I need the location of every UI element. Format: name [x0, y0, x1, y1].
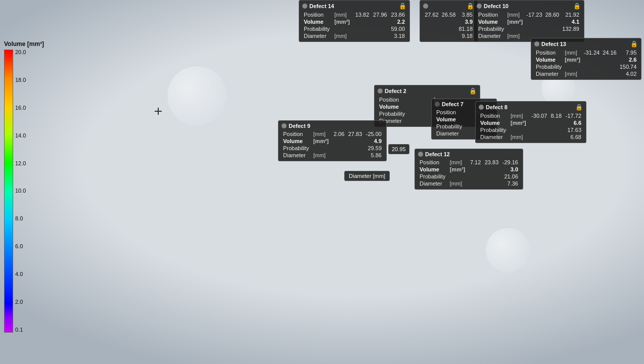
defect-14-diam-val: 3.18 [389, 32, 406, 39]
defect-13-panel[interactable]: Defect 13 🔒 Position [mm] -31.24 24.16 7… [531, 38, 641, 80]
legend-label-6: 6.0 [15, 244, 26, 249]
defect-14b-pos-x: 27.62 [423, 11, 440, 18]
defect-9-panel[interactable]: Defect 9 Position [mm] 2.06 27.83 -25.00… [278, 120, 387, 161]
defect-9-vol-label: Volume [282, 138, 312, 145]
defect-12-prob-val: 21.06 [500, 173, 520, 180]
defect-7-prob-label: Probability [435, 123, 475, 130]
defect-12-vol-label: Volume [418, 166, 448, 173]
legend-title: Volume [mm³] [4, 40, 44, 48]
defect-13-pos-z: 7.95 [618, 49, 638, 56]
floating-diameter-label: Diameter [mm] [344, 171, 390, 181]
defect-14-vol-val: 2.2 [389, 18, 406, 25]
defect-14-diam-unit: [mm] [333, 32, 353, 39]
defect-10-diam-label: Diameter [477, 32, 506, 39]
defect-12-pos-x: 7.12 [468, 159, 483, 166]
defect-7-title: Defect 7 [442, 101, 464, 107]
defect-10-prob-val: 132.89 [561, 25, 581, 32]
defect-14b-indicator [423, 4, 428, 9]
defect-14b-pos-z: 3.85 [457, 11, 474, 18]
defect-14-prob-val: 59.00 [389, 25, 406, 32]
defect-2-title: Defect 2 [385, 88, 406, 94]
defect-14-pos-z: 23.86 [389, 11, 406, 18]
defect-8-diam-label: Diameter [479, 133, 509, 141]
defect-10-lock-icon[interactable]: 🔒 [573, 3, 581, 10]
defect-10-pos-unit: [mm] [506, 11, 525, 18]
defect-14-indicator [302, 4, 307, 9]
defect-7-indicator [435, 102, 440, 107]
legend-label-18: 18.0 [15, 77, 26, 83]
defect-8-diam-val: 6.68 [563, 133, 583, 141]
defect-12-prob-label: Probability [418, 173, 448, 180]
defect-2-pos-label: Position [378, 96, 432, 103]
defect-13-lock-icon[interactable]: 🔒 [630, 40, 638, 48]
defect-8-pos-y: 8.18 [548, 112, 563, 119]
defect-14-panel[interactable]: Defect 14 🔒 Position [mm] 13.82 27.96 23… [299, 0, 410, 42]
defect-12-panel[interactable]: Defect 12 Position [mm] 7.12 23.83 -29.1… [415, 149, 523, 190]
val-2095: 20.95 [392, 146, 406, 152]
defect-8-prob-label: Probability [479, 126, 509, 133]
defect-10-vol-unit: [mm²] [506, 18, 525, 25]
defect-13-diam-unit: [mm] [563, 70, 582, 77]
legend-labels: 20.0 18.0 16.0 14.0 12.0 10.0 8.0 6.0 4.… [15, 50, 26, 333]
partial-value-2095: 20.95 [388, 144, 409, 154]
defect-8-lock-icon[interactable]: 🔒 [575, 104, 583, 111]
defect-10-vol-val: 4.1 [561, 18, 581, 25]
defect-2-lock-icon[interactable]: 🔒 [469, 87, 477, 95]
defect-9-title: Defect 9 [289, 123, 310, 129]
defect-8-prob-val: 17.63 [563, 126, 583, 133]
legend-label-01: 0.1 [15, 327, 26, 333]
defect-9-pos-y: 27.83 [346, 130, 363, 138]
defect-13-pos-x: -31.24 [582, 49, 601, 56]
defect-8-vol-label: Volume [479, 119, 509, 126]
defect-14-diam-label: Diameter [302, 32, 333, 39]
sphere-decoration [485, 228, 531, 273]
defect-13-prob-label: Probability [534, 63, 563, 70]
defect-9-pos-x: 2.06 [332, 130, 346, 138]
defect-14-pos-y: 27.96 [371, 11, 388, 18]
defect-8-panel[interactable]: Defect 8 🔒 Position [mm] -30.07 8.18 -17… [475, 101, 586, 143]
defect-14-pos-x: 13.82 [353, 11, 371, 18]
defect-13-diam-label: Diameter [534, 70, 563, 77]
defect-14b-prob-val: 81.18 [457, 25, 474, 32]
defect-14-lock-icon[interactable]: 🔒 [399, 3, 406, 10]
defect-9-vol-unit: [mm²] [312, 138, 332, 145]
legend-label-2: 2.0 [15, 299, 26, 305]
legend-label-20: 20.0 [15, 50, 26, 55]
defect-14-pos-label: Position [302, 11, 333, 18]
defect-12-pos-label: Position [418, 159, 448, 166]
defect-14b-panel[interactable]: 🔒 27.62 26.58 3.85 3.9 81.18 9.18 [420, 0, 478, 42]
defect-2-prob-label: Probability [378, 110, 432, 117]
defect-9-prob-label: Probability [282, 145, 312, 152]
defect-14-pos-unit: [mm] [333, 11, 353, 18]
defect-8-pos-label: Position [479, 112, 509, 119]
defect-8-title: Defect 8 [486, 104, 508, 110]
defect-10-pos-x: -17.23 [525, 11, 543, 18]
defect-2-indicator [378, 88, 383, 94]
sphere-decoration [167, 66, 227, 126]
defect-2-vol-label: Volume [378, 103, 432, 110]
defect-12-pos-unit: [mm] [448, 159, 468, 166]
defect-10-panel[interactable]: Defect 10 🔒 Position [mm] -17.23 28.60 2… [473, 0, 584, 42]
defect-13-vol-label: Volume [534, 56, 563, 63]
defect-9-prob-val: 29.59 [363, 145, 383, 152]
defect-12-title: Defect 12 [425, 151, 450, 157]
defect-14b-diam-val: 9.18 [457, 32, 474, 39]
defect-7-diam-label: Diameter [435, 130, 475, 137]
defect-10-title: Defect 10 [484, 3, 509, 9]
defect-13-indicator [534, 41, 539, 47]
defect-9-diam-val: 5.86 [363, 152, 383, 159]
defect-9-pos-unit: [mm] [312, 130, 332, 138]
defect-9-pos-z: -25.00 [363, 130, 383, 138]
defect-12-vol-unit: [mm³] [448, 166, 468, 173]
defect-10-pos-z: 21.92 [561, 11, 581, 18]
defect-13-pos-label: Position [534, 49, 563, 56]
defect-12-diam-val: 7.36 [500, 180, 520, 187]
defect-13-vol-unit: [mm³] [563, 56, 582, 63]
defect-12-pos-y: 23.83 [482, 159, 500, 166]
legend-label-4: 4.0 [15, 271, 26, 277]
defect-9-vol-val: 4.9 [363, 138, 383, 145]
defect-8-diam-unit: [mm] [509, 133, 529, 141]
defect-12-indicator [418, 152, 423, 157]
defect-12-pos-z: -29.16 [500, 159, 520, 166]
legend-label-8: 8.0 [15, 216, 26, 221]
